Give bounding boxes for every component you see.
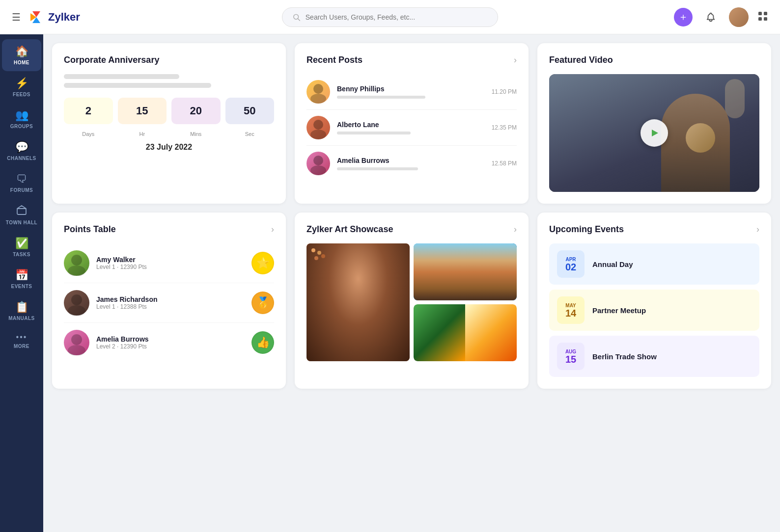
- sidebar-label-tasks: TASKS: [13, 252, 30, 257]
- play-icon: [649, 128, 659, 138]
- topbar-right: ＋: [670, 7, 768, 27]
- card-title: Points Table: [64, 224, 116, 235]
- body-wrap: 🏠 HOME ⚡ FEEDS 👥 GROUPS 💬 CHANNELS 🗨 FOR…: [0, 34, 780, 532]
- sidebar-item-more[interactable]: ••• MORE: [2, 327, 41, 355]
- art-img-2: [414, 243, 517, 300]
- feeds-icon: ⚡: [15, 77, 28, 90]
- event-month: APR: [565, 257, 576, 262]
- upcoming-events-card: Upcoming Events › APR 02 Annual Day MAY …: [537, 213, 771, 389]
- card-title: Featured Video: [549, 55, 613, 65]
- channels-icon: 💬: [15, 141, 28, 154]
- corporate-anniversary-card: Corporate Anniversary 2 15 20: [52, 43, 286, 204]
- event-item: MAY 14 Partner Meetup: [549, 290, 759, 331]
- sidebar-label-more: MORE: [14, 344, 29, 349]
- main-content: Corporate Anniversary 2 15 20: [43, 34, 780, 532]
- event-day: 15: [565, 354, 576, 364]
- grid-button[interactable]: [757, 11, 768, 24]
- event-name: Berlin Trade Show: [592, 352, 657, 361]
- svg-point-10: [313, 84, 323, 94]
- events-icon: 📅: [15, 269, 28, 282]
- chevron-right-icon[interactable]: ›: [514, 224, 517, 235]
- event-month: MAY: [565, 303, 576, 308]
- svg-line-4: [298, 19, 300, 21]
- countdown: 2 15 20 50: [64, 98, 274, 124]
- card-title: Upcoming Events: [549, 224, 624, 235]
- hamburger-icon[interactable]: ☰: [12, 11, 21, 23]
- post-avatar-amelia: [306, 152, 330, 175]
- sidebar-label-events: EVENTS: [11, 284, 32, 289]
- svg-rect-6: [764, 12, 767, 15]
- points-item: James Richardson Level 1 · 12388 Pts 🥇: [64, 283, 274, 323]
- search-bar[interactable]: [282, 7, 498, 27]
- forums-icon: 🗨: [16, 173, 27, 186]
- user-avatar[interactable]: [729, 7, 749, 27]
- svg-point-11: [310, 94, 326, 104]
- sidebar-item-tasks[interactable]: ✅ TASKS: [2, 231, 41, 263]
- sidebar-item-feeds[interactable]: ⚡ FEEDS: [2, 71, 41, 103]
- card-header: Zylker Art Showcase ›: [306, 224, 517, 235]
- post-bar: [337, 132, 411, 134]
- bell-icon: [705, 12, 716, 23]
- art-img-1: [306, 243, 410, 361]
- bell-button[interactable]: [701, 8, 720, 27]
- post-info-amelia: Amelia Burrows: [337, 157, 485, 170]
- sidebar-item-forums[interactable]: 🗨 FORUMS: [2, 167, 41, 199]
- add-button[interactable]: ＋: [674, 8, 693, 27]
- sidebar-label-groups: GROUPS: [10, 124, 33, 129]
- event-item: AUG 15 Berlin Trade Show: [549, 336, 759, 377]
- home-icon: 🏠: [15, 45, 28, 58]
- sidebar-label-townhall: TOWN HALL: [6, 220, 37, 225]
- countdown-mins: 20: [171, 98, 221, 124]
- manuals-icon: 📋: [15, 301, 28, 314]
- lamp-decor: [725, 79, 745, 118]
- sidebar-label-forums: FORUMS: [10, 187, 33, 193]
- chevron-right-icon[interactable]: ›: [514, 55, 517, 65]
- svg-point-17: [71, 255, 82, 266]
- logo-icon: [28, 8, 45, 26]
- event-date-may: MAY 14: [557, 296, 585, 324]
- card-title: Corporate Anniversary: [64, 55, 159, 65]
- art-cell-top-right: [414, 243, 517, 300]
- points-avatar-amelia: [64, 330, 89, 355]
- post-avatar-benny: [306, 80, 330, 104]
- sidebar-item-events[interactable]: 📅 EVENTS: [2, 263, 41, 295]
- post-info-alberto: Alberto Lane: [337, 121, 485, 134]
- sidebar-item-channels[interactable]: 💬 CHANNELS: [2, 135, 41, 167]
- search-input[interactable]: [306, 13, 488, 21]
- art-cell-main: [306, 243, 410, 361]
- video-thumbnail[interactable]: [549, 74, 759, 192]
- sidebar-item-townhall[interactable]: TOWN HALL: [2, 199, 41, 231]
- label-days: Days: [64, 131, 113, 137]
- badge-thumbsup: 👍: [251, 331, 274, 354]
- points-level: Level 2 · 12390 Pts: [96, 343, 245, 350]
- post-time: 11.20 PM: [492, 88, 517, 95]
- sidebar-item-groups[interactable]: 👥 GROUPS: [2, 103, 41, 135]
- sidebar-label-feeds: FEEDS: [13, 92, 30, 97]
- sidebar-item-manuals[interactable]: 📋 MANUALS: [2, 295, 41, 327]
- points-avatar-amy: [64, 250, 89, 276]
- sidebar-label-home: HOME: [14, 60, 29, 65]
- post-name: Benny Phillips: [337, 85, 485, 93]
- days-box: 2: [64, 98, 113, 124]
- play-button[interactable]: [641, 119, 668, 147]
- svg-point-15: [310, 165, 326, 175]
- points-item: Amelia Burrows Level 2 · 12390 Pts 👍: [64, 323, 274, 362]
- points-name: Amelia Burrows: [96, 335, 245, 343]
- sidebar-item-home[interactable]: 🏠 HOME: [2, 39, 41, 71]
- points-info-james: James Richardson Level 1 · 12388 Pts: [96, 295, 245, 310]
- post-bar: [337, 167, 418, 170]
- post-time: 12.58 PM: [492, 160, 517, 167]
- event-name: Annual Day: [592, 260, 633, 268]
- chevron-right-icon[interactable]: ›: [271, 224, 274, 235]
- art-cell-bottom-right: [414, 304, 517, 361]
- date-lines: [64, 74, 274, 88]
- points-info-amelia-p: Amelia Burrows Level 2 · 12390 Pts: [96, 335, 245, 350]
- svg-rect-9: [17, 209, 26, 214]
- post-avatar-alberto: [306, 116, 330, 139]
- topbar: ☰ Zylker ＋: [0, 0, 780, 34]
- label-sec: Sec: [225, 131, 275, 137]
- countdown-days: 2: [64, 98, 113, 124]
- add-icon: ＋: [678, 10, 688, 24]
- chevron-right-icon[interactable]: ›: [756, 224, 759, 235]
- svg-point-14: [313, 156, 323, 165]
